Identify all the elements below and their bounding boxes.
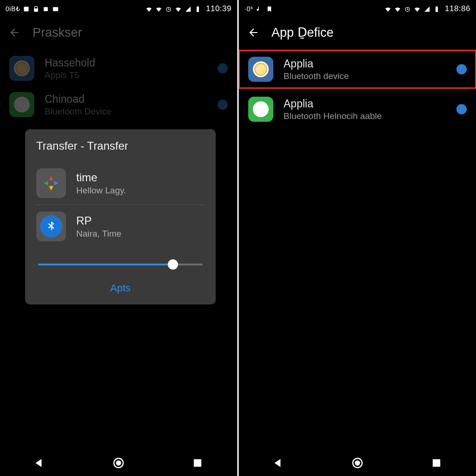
photos-app-icon: [36, 168, 66, 198]
alarm-icon: [404, 6, 411, 13]
signal-wifi-icon: [414, 6, 421, 13]
dialog-action-button[interactable]: Apts: [36, 275, 205, 298]
dialog-item[interactable]: RP Naira, Time: [36, 205, 205, 248]
signal-wifi-icon: [175, 6, 182, 13]
page-title: App Ḏefice: [271, 25, 334, 40]
nav-recents-button[interactable]: [430, 456, 443, 470]
dialog-item-subtitle: Hellow Lagy.: [76, 185, 126, 196]
app-icon: [9, 92, 34, 117]
item-subtitle: Bluetooth Device: [45, 106, 207, 117]
lock-icon: [33, 6, 40, 13]
svg-rect-1: [44, 7, 48, 11]
nav-home-button[interactable]: [350, 456, 364, 470]
back-icon[interactable]: [247, 26, 259, 39]
transfer-dialog: Transfer - Transfer time Hellow Lagy. RP…: [25, 129, 216, 304]
svg-rect-4: [197, 7, 199, 12]
wifi-icon-2: [394, 6, 401, 13]
app-icon: [9, 56, 34, 81]
dialog-item-title: RP: [76, 214, 121, 227]
item-title: Applia: [284, 98, 446, 110]
signal-cell-icon: [185, 6, 192, 13]
list-item[interactable]: Applia Bluetooth device: [239, 50, 476, 88]
item-title: Applia: [284, 58, 446, 70]
svg-rect-14: [433, 460, 440, 467]
status-time: 118:86: [445, 4, 470, 13]
progress-slider[interactable]: [38, 260, 203, 269]
svg-rect-10: [436, 7, 438, 12]
svg-rect-8: [194, 460, 201, 467]
wifi-icon: [145, 6, 152, 13]
image-icon: [52, 6, 59, 13]
nav-bar: [239, 450, 476, 476]
page-title: Praskser: [33, 26, 82, 40]
music-icon: [256, 6, 263, 13]
item-subtitle: Appls T5: [45, 70, 207, 80]
slider-fill: [38, 264, 173, 265]
svg-point-13: [355, 461, 360, 465]
list-item[interactable]: Applia Bluetooth Helnocih aable: [239, 91, 476, 127]
app-icon: [248, 57, 273, 82]
app-icon: [248, 97, 273, 122]
dialog-item-title: time: [76, 171, 126, 184]
device-list: Hassehold Appls T5 Chinoad Bluetooth Dev…: [0, 47, 237, 126]
status-left-text: 0iB₺: [6, 5, 20, 13]
square-icon: [42, 6, 49, 13]
slider-thumb[interactable]: [168, 259, 178, 270]
item-subtitle: Bluetooth Helnocih aable: [284, 111, 446, 121]
app-bar: Praskser: [0, 18, 237, 47]
wifi-icon: [384, 6, 391, 13]
sd-icon: [23, 6, 30, 13]
svg-rect-5: [197, 6, 198, 7]
nav-home-button[interactable]: [112, 456, 126, 470]
phone-left: 0iB₺ 110:39 Praskser Hassehold Appls T5: [0, 0, 237, 476]
dialog-item[interactable]: time Hellow Lagy.: [36, 162, 205, 205]
svg-rect-0: [24, 7, 29, 11]
battery-icon: [433, 6, 440, 13]
item-title: Chinoad: [45, 93, 207, 106]
item-subtitle: Bluetooth device: [284, 71, 446, 81]
svg-rect-2: [53, 7, 58, 11]
nav-back-button[interactable]: [271, 456, 285, 470]
bookmark-icon: [266, 6, 273, 13]
battery-icon: [194, 6, 201, 13]
alarm-icon: [165, 6, 172, 13]
wifi-icon-2: [155, 6, 162, 13]
status-bar: 0iB₺ 110:39: [0, 0, 237, 18]
dialog-title: Transfer - Transfer: [36, 139, 205, 152]
nav-back-button[interactable]: [33, 456, 46, 470]
signal-cell-icon: [423, 6, 430, 13]
bluetooth-app-icon: [36, 212, 66, 241]
status-left-text: ·0ᵇ: [245, 5, 253, 13]
list-item[interactable]: Chinoad Bluetooth Device: [0, 86, 237, 123]
nav-recents-button[interactable]: [191, 456, 205, 470]
status-bar: ·0ᵇ 118:86: [239, 0, 476, 18]
status-dot: [456, 104, 467, 114]
status-dot: [456, 64, 467, 74]
list-item[interactable]: Hassehold Appls T5: [0, 50, 237, 86]
status-time: 110:39: [206, 4, 231, 13]
item-title: Hassehold: [45, 57, 207, 69]
back-icon[interactable]: [8, 26, 20, 39]
app-bar: App Ḏefice: [239, 18, 476, 47]
svg-rect-11: [436, 6, 437, 7]
device-list: Applia Bluetooth device Applia Bluetooth…: [239, 47, 476, 130]
phone-right: ·0ᵇ 118:86 App Ḏefice Applia Bluetooth d…: [239, 0, 476, 476]
dialog-item-subtitle: Naira, Time: [76, 229, 121, 239]
svg-point-7: [116, 461, 121, 465]
nav-bar: [0, 450, 237, 476]
status-dot: [218, 99, 228, 110]
status-dot: [218, 63, 228, 73]
